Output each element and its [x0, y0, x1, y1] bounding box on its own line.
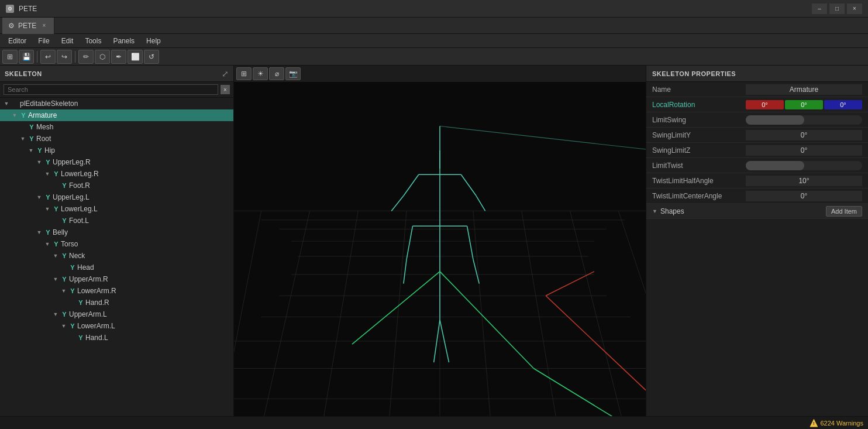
- tree-item-UpperLegL[interactable]: ▼ Y UpperLeg.L: [0, 191, 233, 203]
- tree-item-UpperLegR[interactable]: ▼ Y UpperLeg.R: [0, 156, 233, 168]
- tree-item-Root[interactable]: ▼ Y Root: [0, 133, 233, 145]
- tree-arrow: ▼: [2, 98, 11, 109]
- tree-item-Belly[interactable]: ▼ Y Belly: [0, 226, 233, 238]
- prop-label-twistlimithalf: TwistLimitHalfAngle: [652, 177, 746, 185]
- tree-item-Mesh[interactable]: Y Mesh: [0, 121, 233, 133]
- localrotation-y[interactable]: 0°: [785, 100, 823, 109]
- prop-toggle-limittwist[interactable]: [746, 161, 862, 170]
- tree-arrow: [19, 121, 27, 133]
- property-localrotation-row: LocalRotation 0° 0° 0°: [646, 97, 868, 112]
- prop-value-twistlimitcenter[interactable]: 0°: [746, 191, 862, 201]
- viewport[interactable]: ⊞ ☀ ⌀ 📷: [234, 66, 646, 429]
- prop-toggle-limitswing[interactable]: [746, 115, 862, 125]
- tree-item-Torso[interactable]: ▼ Y Torso: [0, 238, 233, 250]
- maximize-button[interactable]: □: [829, 4, 845, 14]
- tree-icon-y: Y: [35, 145, 44, 156]
- tree-icon-y: Y: [68, 285, 77, 297]
- viewport-btn-camera[interactable]: 📷: [285, 67, 301, 80]
- menu-edit[interactable]: Edit: [56, 36, 80, 46]
- tab-close-button[interactable]: ×: [40, 22, 48, 30]
- tree-item-FootL[interactable]: Y Foot.L: [0, 215, 233, 226]
- prop-value-twistlimithalf[interactable]: 10°: [746, 176, 862, 186]
- pen-button[interactable]: ✒: [111, 50, 126, 64]
- tree-label: LowerLeg.R: [61, 170, 231, 178]
- tree-label: LowerLeg.L: [61, 205, 231, 213]
- tree-icon-y: Y: [51, 203, 61, 215]
- add-item-button[interactable]: Add Item: [826, 206, 862, 217]
- prop-value-name[interactable]: Armature: [746, 84, 862, 95]
- tree-label: Hip: [44, 146, 231, 155]
- tree-arrow: ▼: [35, 226, 43, 238]
- search-input[interactable]: [4, 84, 218, 95]
- property-limitswing-row: LimitSwing: [646, 112, 868, 128]
- brush-button[interactable]: ✏: [78, 50, 94, 64]
- tree-label: Hand.R: [85, 298, 231, 307]
- toggle-inner: [746, 115, 804, 125]
- grid-button[interactable]: ⊞: [2, 50, 18, 64]
- tree-item-LowerArmL[interactable]: ▼ Y LowerArm.L: [0, 320, 233, 332]
- section-arrow-icon: ▼: [652, 208, 660, 214]
- toolbar: ⊞ 💾 ↩ ↪ ✏ ⬡ ✒ ⬜ ↺: [0, 48, 868, 66]
- menu-tools[interactable]: Tools: [79, 36, 107, 46]
- tree-item-UpperArmR[interactable]: ▼ Y UpperArm.R: [0, 273, 233, 285]
- tree-arrow: ▼: [51, 308, 60, 320]
- skeleton-tree: ▼ plEditableSkeleton ▼ Y Armature Y Mesh…: [0, 98, 233, 429]
- tree-item-Head[interactable]: Y Head: [0, 262, 233, 273]
- mesh-button[interactable]: ⬡: [95, 50, 110, 64]
- shapes-section-header[interactable]: ▼ Shapes Add Item: [646, 204, 868, 219]
- tree-arrow: [60, 262, 68, 273]
- tree-arrow: ▼: [60, 320, 68, 332]
- tree-item-FootR[interactable]: Y Foot.R: [0, 180, 233, 191]
- tree-label: Root: [36, 135, 231, 143]
- close-button[interactable]: ×: [847, 4, 862, 14]
- viewport-btn-light[interactable]: ☀: [253, 67, 268, 80]
- menu-help[interactable]: Help: [140, 36, 167, 46]
- tree-item-LowerLegL[interactable]: ▼ Y LowerLeg.L: [0, 203, 233, 215]
- prop-label-localrotation: LocalRotation: [652, 101, 746, 109]
- search-clear-button[interactable]: ×: [221, 85, 230, 94]
- sidebar-expand-button[interactable]: ⤢: [222, 69, 229, 78]
- localrotation-z[interactable]: 0°: [824, 100, 862, 109]
- prop-value-swinglimity[interactable]: 0°: [746, 130, 862, 140]
- tree-label: Mesh: [36, 123, 231, 131]
- tree-icon-y: Y: [43, 226, 53, 238]
- titlebar-left: ⚙ PETE: [6, 5, 37, 13]
- menu-file[interactable]: File: [32, 36, 55, 46]
- viewport-btn-mode[interactable]: ⌀: [269, 67, 284, 80]
- sidebar-title: SKELETON: [5, 70, 42, 77]
- save-button[interactable]: 💾: [19, 50, 34, 64]
- property-limittwist-row: LimitTwist: [646, 158, 868, 173]
- tab-bar: ⚙ PETE ×: [0, 18, 868, 34]
- tree-item-Neck[interactable]: ▼ Y Neck: [0, 250, 233, 262]
- restore-button[interactable]: ↺: [144, 50, 159, 64]
- toolbar-separator-2: [75, 51, 75, 63]
- tree-item-LowerArmR[interactable]: ▼ Y LowerArm.R: [0, 285, 233, 297]
- tree-item-HandR[interactable]: Y Hand.R: [0, 297, 233, 308]
- eraser-button[interactable]: ⬜: [128, 50, 143, 64]
- tree-arrow: [68, 332, 76, 344]
- tree-arrow: ▼: [19, 133, 27, 145]
- tree-label: LowerArm.L: [77, 322, 231, 330]
- redo-button[interactable]: ↪: [57, 50, 72, 64]
- tree-arrow: ▼: [27, 145, 35, 156]
- tree-item-HandL[interactable]: Y Hand.L: [0, 332, 233, 344]
- tree-item-plEditableSkeleton[interactable]: ▼ plEditableSkeleton: [0, 98, 233, 109]
- tree-arrow: [51, 180, 60, 191]
- viewport-btn-frame[interactable]: ⊞: [236, 67, 252, 80]
- tree-item-LowerLegR[interactable]: ▼ Y LowerLeg.R: [0, 168, 233, 180]
- menu-editor[interactable]: Editor: [2, 36, 32, 46]
- prop-value-swinglimitz[interactable]: 0°: [746, 145, 862, 156]
- tree-item-Hip[interactable]: ▼ Y Hip: [0, 145, 233, 156]
- minimize-button[interactable]: –: [812, 4, 827, 14]
- tree-label: UpperArm.L: [69, 310, 231, 318]
- prop-label-name: Name: [652, 85, 746, 94]
- prop-label-swinglimity: SwingLimitY: [652, 131, 746, 139]
- tree-item-Armature[interactable]: ▼ Y Armature: [0, 109, 233, 121]
- menu-panels[interactable]: Panels: [107, 36, 140, 46]
- tree-label: Hand.L: [85, 334, 231, 342]
- undo-button[interactable]: ↩: [40, 50, 56, 64]
- tree-item-UpperArmL[interactable]: ▼ Y UpperArm.L: [0, 308, 233, 320]
- localrotation-x[interactable]: 0°: [746, 100, 784, 109]
- tree-label: Torso: [61, 240, 231, 248]
- tab-pete[interactable]: ⚙ PETE ×: [2, 18, 54, 34]
